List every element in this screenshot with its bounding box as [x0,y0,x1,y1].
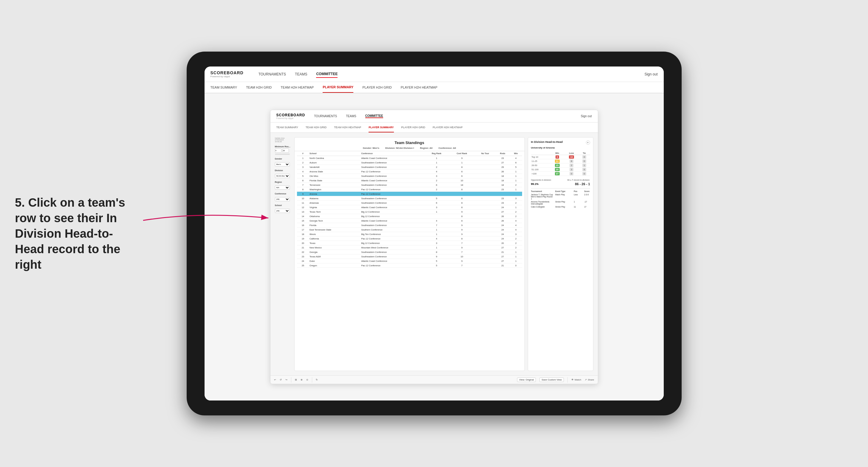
standings-row[interactable]: 5 Ole Miss Southeastern Conference 3 6 1… [297,174,522,178]
cell-conf-rank: 7 [449,241,475,245]
inner-nav-committee[interactable]: COMMITTEE [365,114,383,118]
sign-out-link[interactable]: Sign out [644,72,657,76]
sub-nav-team-h2h-heatmap[interactable]: TEAM H2H HEATMAP [281,82,314,93]
standings-row[interactable]: 21 New Mexico Mountain West Conference 1… [297,245,522,250]
standings-row[interactable]: 22 Georgia Southeastern Conference 8 7 2… [297,250,522,254]
nav-link-tournaments[interactable]: TOURNAMENTS [258,71,286,77]
cell-win [510,192,522,196]
division-select[interactable]: NCAA Division I [275,174,290,178]
cell-rank: 14 [297,214,309,219]
standings-row[interactable]: 8 Washington Pac-12 Conference 2 8 23 1 [297,187,522,192]
school-select[interactable]: (All) [275,209,290,213]
undo-button[interactable]: ↩ [274,378,276,381]
standings-row[interactable]: 20 Texas Big 12 Conference 3 7 20 2 [297,241,522,245]
inner-sub-nav: TEAM SUMMARY TEAM H2H GRID TEAM H2H HEAT… [271,123,598,133]
cell-school: Tennessee [309,183,361,187]
standings-row[interactable]: 25 Oregon Pac-12 Conference 5 7 21 0 [297,263,522,268]
cell-reg-rank: 4 [424,237,449,241]
cell-rank: 22 [297,250,309,254]
standings-row[interactable]: 2 Auburn Southeastern Conference 1 1 27 … [297,160,522,165]
inner-sub-player-summary[interactable]: PLAYER SUMMARY [369,123,394,132]
sub-nav-team-summary[interactable]: TEAM SUMMARY [211,82,237,93]
top-nav: SCOREBOARD Powered by clippd TOURNAMENTS… [205,66,664,82]
paste-button[interactable]: ⊕ [301,378,303,381]
gender-select[interactable]: Men's [275,162,290,166]
refresh-button[interactable]: ↻ [316,378,318,381]
view-original-button[interactable]: View: Original [517,377,536,382]
h2h-col-range [531,152,550,155]
nav-link-teams[interactable]: TEAMS [295,71,307,77]
h2h-header: In Division Head-to-Head × [531,141,590,145]
standings-row[interactable]: 14 Oklahoma Big 12 Conference 8 26 2 [297,214,522,219]
standings-row[interactable]: 19 California Pac-12 Conference 4 8 24 2 [297,237,522,241]
cell-rank: 25 [297,263,309,268]
min-rounds-min-input[interactable] [275,149,281,153]
cell-rank: 8 [297,187,309,192]
standings-row[interactable]: 18 Illinois Big Ten Conference 1 9 24 3 [297,232,522,237]
sub-nav-player-h2h-heatmap[interactable]: PLAYER H2H HEATMAP [401,82,437,93]
min-rounds-max-input[interactable] [282,149,289,153]
cell-rnds: 29 [495,165,509,169]
region-select[interactable]: N/A [275,186,290,190]
standings-row[interactable]: 3 Vanderbilt Southeastern Conference 2 8… [297,165,522,169]
cell-reg-rank: 6 [424,183,449,187]
timer-button[interactable]: ⊙ [306,378,308,381]
cell-win: 1 [510,205,522,210]
cell-conference: Atlantic Coast Conference [361,178,424,183]
standings-row[interactable]: 4 Arizona State Pac-12 Conference 4 6 26… [297,169,522,174]
cell-conf-rank: 8 [449,196,475,201]
standings-row[interactable]: 15 Georgia Tech Atlantic Coast Conferenc… [297,219,522,223]
save-custom-view-button[interactable]: Save Custom View [539,377,563,382]
cell-rank: 1 [297,156,309,160]
redo-step-button[interactable]: ↺ [280,378,282,381]
standings-row[interactable]: 12 Virginia Atlantic Coast Conference 3 … [297,205,522,210]
inner-sub-team-summary[interactable]: TEAM SUMMARY [276,123,298,132]
cell-conference: Big 12 Conference [361,214,424,219]
standings-row[interactable]: 24 Duke Atlantic Coast Conference 5 9 27… [297,259,522,263]
copy-button[interactable]: ⊞ [295,378,297,381]
step-annotation: 5. Click on a team's row to see their In… [15,195,128,272]
inner-sub-player-h2h-heatmap[interactable]: PLAYER H2H HEATMAP [433,123,463,132]
conference-select[interactable]: (All) [275,197,290,201]
inner-sub-player-h2h-grid[interactable]: PLAYER H2H GRID [401,123,425,132]
cell-rnds: 26 [495,214,509,219]
opponents-label: Opponents in division: [531,179,552,181]
cell-rank: 2 [297,160,309,165]
sub-nav-player-summary[interactable]: PLAYER SUMMARY [322,82,353,93]
standings-row[interactable]: 6 Florida State Atlantic Coast Conferenc… [297,178,522,183]
nav-link-committee[interactable]: COMMITTEE [316,71,338,78]
cell-conference: Southern Conference [361,227,424,232]
sub-nav-team-h2h-grid[interactable]: TEAM H2H GRID [246,82,272,93]
standings-row[interactable]: 11 Arkansas Southeastern Conference 6 8 … [297,201,522,205]
standings-row[interactable]: 23 Texas A&M Southeastern Conference 9 1… [297,254,522,259]
watch-button[interactable]: 👁 Watch [571,378,581,381]
inner-sign-out[interactable]: Sign out [581,115,592,118]
cell-conference: Pac-12 Conference [361,237,424,241]
cell-reg-rank [424,192,449,196]
cell-conf-rank: 10 [449,178,475,183]
standings-row[interactable]: 1 North Carolina Atlantic Coast Conferen… [297,156,522,160]
standings-row[interactable]: 13 Texas Tech Big 12 Conference 1 9 27 2 [297,210,522,214]
inner-nav-tournaments[interactable]: TOURNAMENTS [314,115,337,118]
cell-reg-rank: 4 [424,169,449,174]
inner-sub-team-h2h-heatmap[interactable]: TEAM H2H HEATMAP [334,123,361,132]
min-rounds-slider[interactable] [275,154,290,155]
cell-reg-rank: 5 [424,259,449,263]
cell-rank: 12 [297,205,309,210]
cell-rnds: 26 [495,169,509,174]
standings-row[interactable]: 16 Florida Southeastern Conference 7 9 2… [297,223,522,227]
cell-reg-rank: 1 [424,156,449,160]
opponents-pct: 99.1% [531,183,539,186]
gender-label: Gender [275,158,291,160]
standings-row[interactable]: 17 East Tennessee State Southern Confere… [297,227,522,232]
inner-nav-teams[interactable]: TEAMS [346,115,356,118]
standings-row[interactable]: 9 Arizona Pac-12 Conference [297,192,522,196]
share-button[interactable]: ↗ Share [585,378,594,381]
inner-sub-team-h2h-grid[interactable]: TEAM H2H GRID [306,123,327,132]
sub-nav-player-h2h-grid[interactable]: PLAYER H2H GRID [362,82,392,93]
standings-row[interactable]: 7 Tennessee Southeastern Conference 6 18… [297,183,522,187]
forward-button[interactable]: ↪ [285,378,287,381]
standings-row[interactable]: 10 Alabama Southeastern Conference 5 8 2… [297,196,522,201]
h2h-row-51100: 51-100 20 3 0 [531,167,590,172]
h2h-close-button[interactable]: × [586,141,590,145]
